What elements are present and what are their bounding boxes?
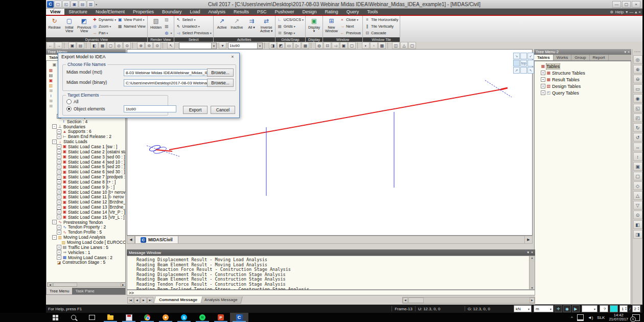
view-orientation-widget[interactable]: ↘ ↙ top ↗ ↖ [513, 53, 536, 75]
viewport-tab-scroll-right[interactable]: ▶ [524, 236, 532, 243]
tree-expander-icon[interactable]: + [541, 77, 545, 82]
element-filter-combobox[interactable]: ▾ [179, 42, 217, 49]
view-tool-icon[interactable]: ◨ [633, 230, 642, 239]
tree-expander-icon[interactable]: + [57, 205, 61, 210]
button-unselect[interactable]: ⇖Unselect▾ [176, 23, 212, 30]
tree-item-tendon-property-2[interactable]: +∿Tendon Property : 2 [48, 225, 126, 230]
view-corner-icon[interactable]: ↖ [527, 67, 534, 74]
tree-expander-icon[interactable]: + [57, 190, 61, 194]
stage-select[interactable]: ▾ [582, 305, 597, 312]
tree-item-static-load-case-12-brzdne-l[interactable]: +▣Static Load Case 12 [Brzdne_L : ] [48, 199, 126, 204]
ribbon-tab-tools[interactable]: Tools [363, 9, 382, 15]
taskbar-mail-icon[interactable] [156, 313, 175, 322]
message-tab-analysis-message[interactable]: Analysis Message [199, 296, 243, 304]
toolbar-icon[interactable]: ▢ [348, 42, 356, 49]
view-top-cell[interactable]: top [520, 60, 527, 66]
toolbar-drag-handle[interactable]: •••• [634, 50, 640, 54]
minimize-button[interactable]: — [612, 1, 621, 8]
tree-expander-icon[interactable]: + [57, 200, 61, 204]
taskbar-floppy-app-icon[interactable] [120, 313, 138, 322]
tree-expander-icon[interactable]: + [57, 165, 61, 169]
button-render-[interactable]: ◍▾ [164, 30, 172, 36]
button-new-window[interactable]: ⊞New Window [325, 16, 338, 33]
viewport-tab-scroll-left[interactable]: ◀ [127, 236, 135, 243]
toolbar-icon[interactable]: ▣ [68, 42, 76, 49]
tree-item-beam-end-release-2[interactable]: +⊢Beam End Release : 2 [48, 134, 126, 139]
tree-expander-icon[interactable]: + [57, 134, 61, 139]
binary-path-input[interactable]: C:\Users\nevim\Desktop\2017-08-03 Webina… [124, 79, 208, 86]
close-button[interactable]: × [632, 1, 640, 8]
tree-item-static-load-case-7-predpeti[interactable]: +▣Static Load Case 7 [predpeti : ] [48, 174, 126, 179]
view-tool-icon[interactable]: ▣ [633, 162, 642, 171]
tree-item-design-tables[interactable]: +▧Design Tables [536, 83, 585, 89]
message-output-area[interactable]: Reading Displacement Result - Moving Loa… [127, 256, 535, 290]
toolbar-icon[interactable]: ▢ [107, 42, 114, 49]
cancel-button[interactable]: Cancel [211, 106, 235, 114]
toolbar-icon[interactable]: ◨ [269, 42, 277, 49]
tree-expander-icon[interactable]: + [57, 195, 61, 199]
button-ucs-gcs[interactable]: ∟UCS/GCS▾ [277, 16, 304, 23]
button-zoom[interactable]: ◎Zoom▾ [92, 23, 116, 30]
tree2-tab-group[interactable]: Group [571, 55, 589, 60]
tree-expander-icon[interactable]: + [57, 185, 61, 189]
network-icon[interactable] [577, 314, 584, 321]
tree-expander-icon[interactable]: + [57, 255, 61, 260]
tree-item-static-load-case-2-ostatni-stale[interactable]: +▣Static Load Case 2 [ostatni stale : ] [48, 149, 126, 154]
tree-item-static-load-case-8-t[interactable]: +▣Static Load Case 8 [t+ : ] [48, 179, 126, 185]
maximize-button[interactable]: ▢ [622, 1, 631, 8]
ribbon-tab-boundary[interactable]: Boundary [158, 9, 186, 15]
toolbar-icon[interactable]: ◎ [115, 42, 123, 49]
view-edge-cell[interactable] [520, 67, 527, 74]
button-select-previous[interactable]: ◅Select Previous▾ [176, 30, 212, 36]
tree-item-moving-load-cases-2[interactable]: +▦Moving Load Cases : 2 [48, 255, 126, 260]
color-swatch[interactable] [610, 305, 618, 312]
dialog-close-icon[interactable]: × [229, 54, 236, 59]
view-tool-icon[interactable]: ↔ [633, 143, 642, 151]
notification-icon[interactable] [632, 314, 640, 321]
button-render-[interactable]: ▩ [164, 23, 172, 30]
named-selection-icon[interactable]: ▾ [219, 42, 226, 49]
tree-item-moving-load-code-eurocode[interactable]: ▨Moving Load Code [ EUROCODE ] [48, 240, 126, 245]
taskbar-task-view-icon[interactable] [83, 313, 101, 322]
tree-expander-icon[interactable]: − [52, 235, 57, 240]
tree-expander-icon[interactable]: + [57, 175, 61, 179]
language-indicator[interactable]: SLK [597, 315, 605, 320]
message-vertical-scrollbar[interactable]: ▲▼ [529, 256, 535, 289]
tree-item-static-load-case-5-sed-20[interactable]: +▣Static Load Case 5 [sed 20 : ] [48, 164, 126, 169]
tab-prev-icon[interactable]: ◀ [134, 297, 140, 304]
toolbar-icon[interactable]: ▷ [293, 42, 301, 49]
tray-chevron-icon[interactable]: ^ [571, 315, 573, 320]
page-number-spinner[interactable]: 1▲▼ [619, 305, 628, 312]
ribbon-tab-properties[interactable]: Properties [129, 9, 158, 15]
open-file-icon[interactable]: ◱ [62, 1, 70, 8]
dialog-title-bar[interactable]: Export Model to IDEA × [58, 53, 239, 60]
clock[interactable]: 14:4221/07/2017 [609, 313, 628, 321]
tree-item-traffic-line-lanes-5[interactable]: +▤Traffic Line Lanes : 5 [48, 245, 126, 250]
button-redraw[interactable]: ↻Redraw [48, 16, 61, 29]
tree-expander-icon[interactable]: + [541, 84, 545, 88]
tree-item-static-load-case-10-t-nerov[interactable]: +▣Static Load Case 10 [t+ nerov : ] [48, 190, 126, 195]
ribbon-mini-control-icon[interactable]: × [638, 10, 641, 14]
volume-icon[interactable]: ◄) [588, 315, 593, 320]
tree-item-tendon-profile-5[interactable]: +∿Tendon Profile : 5 [48, 229, 126, 235]
taskbar-chrome-icon[interactable] [138, 313, 156, 322]
toolbar-icon[interactable]: ◫ [392, 42, 400, 49]
page-total-spinner[interactable]: 2▲▼ [632, 305, 640, 312]
tree-expander-icon[interactable]: + [57, 144, 61, 149]
tree-expander-icon[interactable]: − [52, 220, 57, 224]
tree-expander-icon[interactable]: + [57, 149, 61, 154]
button-previous-view[interactable]: ◩Previous View [77, 16, 91, 33]
ribbon-tab-results[interactable]: Results [229, 9, 253, 15]
tree-expander-icon[interactable]: + [57, 250, 61, 255]
view-tool-icon[interactable]: ◎ [633, 55, 642, 64]
view-tool-icon[interactable]: ⊕ [633, 65, 642, 74]
view-edge-cell[interactable] [520, 53, 527, 59]
tree-item-section-4[interactable]: ISection : 4 [48, 119, 126, 124]
toolbar-icon[interactable]: ▦ [302, 42, 309, 49]
ribbon-tab-psc[interactable]: PSC [253, 9, 271, 15]
message-window-header[interactable]: Message Window ▾× [127, 249, 535, 256]
ribbon-tab-pushover[interactable]: Pushover [271, 9, 298, 15]
button-initial-view[interactable]: ▢Initial View [62, 16, 76, 33]
view-tool-icon[interactable]: ↻ [633, 123, 642, 132]
help-question-button[interactable]: ? [600, 305, 608, 312]
